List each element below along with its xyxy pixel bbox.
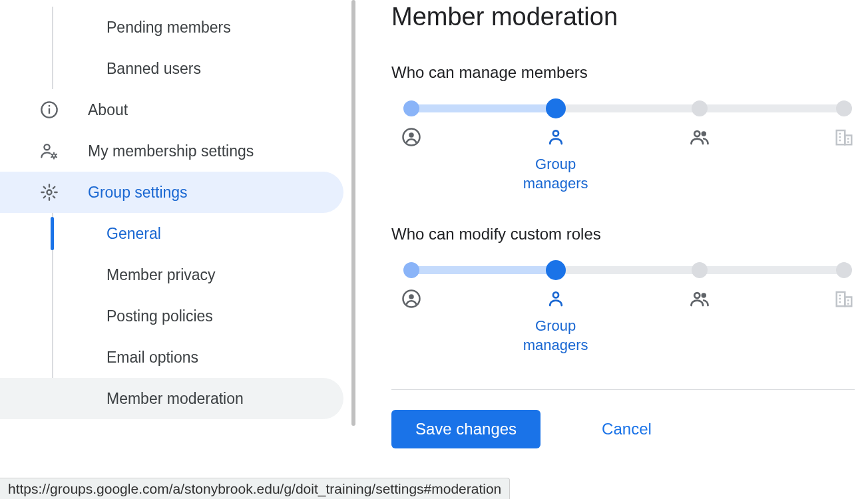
slider-stop-members[interactable] <box>692 100 708 116</box>
save-button[interactable]: Save changes <box>391 410 541 448</box>
sidebar-item-group-settings[interactable]: Group settings <box>0 172 343 213</box>
sidebar-item-label: Pending members <box>107 19 231 37</box>
sidebar-item-general[interactable]: General <box>0 213 343 254</box>
section-title: Who can modify custom roles <box>391 225 868 244</box>
sidebar-item-label: Posting policies <box>107 307 213 325</box>
sidebar-item-member-moderation[interactable]: Member moderation <box>0 378 343 419</box>
footer-actions: Save changes Cancel <box>391 410 868 448</box>
stop-managers: Group managers <box>529 289 582 355</box>
section-manage-members: Who can manage members Group <box>391 63 868 193</box>
sidebar-item-banned-users[interactable]: Banned users <box>0 48 343 89</box>
sidebar-item-label: Banned users <box>107 60 201 78</box>
section-modify-roles: Who can modify custom roles G <box>391 225 868 355</box>
group-settings-sublist: General Member privacy Posting policies … <box>0 213 355 419</box>
sidebar-item-email-options[interactable]: Email options <box>0 337 343 378</box>
sidebar-item-label: Group settings <box>88 184 188 202</box>
sidebar-item-label: Member moderation <box>107 390 244 408</box>
main-content: Member moderation Who can manage members <box>355 0 868 499</box>
people-sublist: Pending members Banned users <box>0 7 355 89</box>
manager-icon <box>546 289 566 309</box>
gear-icon <box>40 183 59 202</box>
sidebar-item-posting-policies[interactable]: Posting policies <box>0 295 343 337</box>
slider-stop-owners[interactable] <box>403 100 419 116</box>
slider-stop-owners[interactable] <box>403 262 419 278</box>
organization-icon <box>834 127 854 147</box>
manager-icon <box>546 127 566 147</box>
stop-label: Group managers <box>509 155 602 193</box>
owner-icon <box>401 289 421 309</box>
sidebar-item-about[interactable]: About <box>0 89 343 130</box>
info-icon <box>40 100 59 119</box>
slider-stop-managers[interactable] <box>546 260 566 280</box>
cancel-button[interactable]: Cancel <box>578 410 676 448</box>
browser-status-bar: https://groups.google.com/a/stonybrook.e… <box>0 478 510 499</box>
page-title: Member moderation <box>391 0 868 31</box>
members-icon <box>690 289 710 309</box>
stop-organization <box>817 127 868 193</box>
stop-owners <box>385 289 438 355</box>
sidebar-item-label: Email options <box>107 349 198 367</box>
sidebar-item-member-privacy[interactable]: Member privacy <box>0 254 343 295</box>
sidebar-item-label: Member privacy <box>107 266 216 284</box>
permission-slider-roles[interactable]: Group managers <box>411 262 844 355</box>
stop-label: Group managers <box>509 317 602 355</box>
permission-slider-manage[interactable]: Group managers <box>411 100 844 193</box>
person-gear-icon <box>40 142 59 160</box>
organization-icon <box>834 289 854 309</box>
sidebar-item-label: General <box>107 225 161 243</box>
stop-members <box>673 127 726 193</box>
sidebar-item-pending-members[interactable]: Pending members <box>0 7 343 48</box>
slider-stop-org[interactable] <box>836 262 852 278</box>
sidebar-item-label: About <box>88 101 128 119</box>
slider-stop-members[interactable] <box>692 262 708 278</box>
members-icon <box>690 127 710 147</box>
slider-stop-managers[interactable] <box>546 98 566 118</box>
stop-organization <box>817 289 868 355</box>
owner-icon <box>401 127 421 147</box>
divider <box>391 389 855 390</box>
sidebar-item-my-membership-settings[interactable]: My membership settings <box>0 130 343 172</box>
stop-members <box>673 289 726 355</box>
sidebar-item-label: My membership settings <box>88 142 254 160</box>
stop-owners <box>385 127 438 193</box>
sidebar: Pending members Banned users About My me… <box>0 0 355 499</box>
stop-managers: Group managers <box>529 127 582 193</box>
slider-stop-org[interactable] <box>836 100 852 116</box>
section-title: Who can manage members <box>391 63 868 82</box>
